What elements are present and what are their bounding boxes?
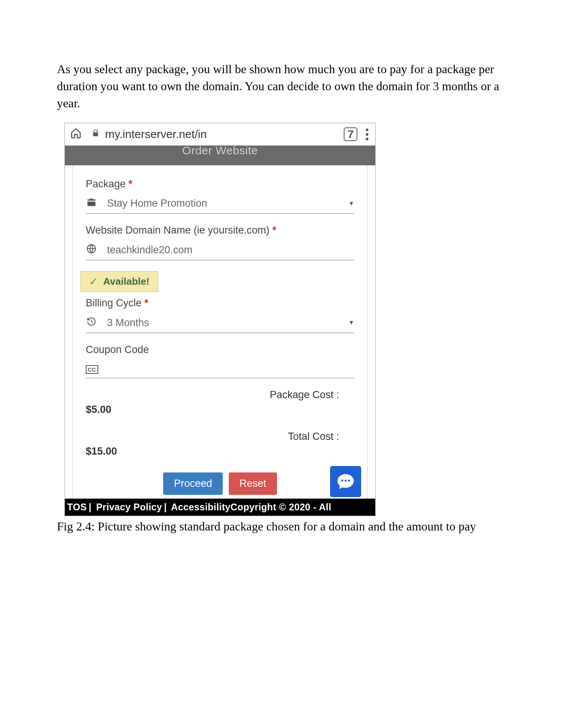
availability-badge: ✓ Available! bbox=[80, 271, 158, 292]
billing-select[interactable]: 3 Months ▼ bbox=[86, 313, 354, 333]
address-bar[interactable]: my.interserver.net/in bbox=[88, 126, 337, 142]
history-icon bbox=[86, 317, 97, 329]
lock-icon bbox=[91, 129, 100, 140]
menu-icon[interactable] bbox=[364, 127, 370, 142]
proceed-button[interactable]: Proceed bbox=[163, 472, 223, 495]
page-body: Order Website Package * Stay Home Promot… bbox=[65, 146, 375, 516]
action-buttons: Proceed Reset bbox=[86, 472, 354, 495]
globe-icon bbox=[86, 244, 97, 256]
package-cost-label: Package Cost : bbox=[86, 389, 354, 401]
footer-privacy-link[interactable]: Privacy Policy bbox=[96, 502, 162, 512]
total-cost-label: Total Cost : bbox=[86, 431, 354, 442]
tab-count-button[interactable]: 7 bbox=[344, 127, 357, 141]
domain-value: teachkindle20.com bbox=[107, 244, 354, 256]
total-cost-value: $15.00 bbox=[86, 446, 354, 457]
chevron-down-icon: ▼ bbox=[348, 319, 354, 326]
coupon-label: Coupon Code bbox=[86, 344, 354, 356]
page-header-title: Order Website bbox=[182, 146, 258, 157]
domain-label: Website Domain Name (ie yoursite.com) * bbox=[86, 224, 354, 236]
figure-caption: Fig 2.4: Picture showing standard packag… bbox=[57, 518, 506, 535]
footer-copyright: Copyright © 2020 - All bbox=[231, 502, 332, 512]
package-select[interactable]: Stay Home Promotion ▼ bbox=[86, 194, 354, 214]
page-header: Order Website bbox=[65, 146, 375, 165]
chat-icon bbox=[336, 472, 355, 491]
home-icon[interactable] bbox=[70, 127, 82, 141]
url-text: my.interserver.net/in bbox=[105, 128, 207, 141]
availability-text: Available! bbox=[103, 276, 149, 287]
chevron-down-icon: ▼ bbox=[348, 200, 354, 207]
billing-label: Billing Cycle * bbox=[86, 297, 354, 309]
briefcase-icon bbox=[86, 198, 97, 209]
coupon-icon: CC bbox=[86, 363, 97, 374]
order-form: Package * Stay Home Promotion ▼ Website … bbox=[72, 165, 368, 499]
domain-input[interactable]: teachkindle20.com bbox=[86, 240, 354, 260]
package-label: Package * bbox=[86, 178, 354, 190]
package-value: Stay Home Promotion bbox=[107, 198, 338, 209]
browser-toolbar: my.interserver.net/in 7 bbox=[65, 123, 375, 146]
cost-summary: Package Cost : $5.00 Total Cost : $15.00 bbox=[86, 389, 354, 457]
coupon-input[interactable]: CC bbox=[86, 359, 354, 378]
page-footer: TOS| Privacy Policy| AccessibilityCopyri… bbox=[65, 499, 375, 516]
screenshot-figure: my.interserver.net/in 7 Order Website Pa… bbox=[64, 123, 376, 516]
check-icon: ✓ bbox=[89, 275, 98, 288]
package-cost-value: $5.00 bbox=[86, 404, 354, 416]
chat-button[interactable] bbox=[330, 466, 361, 497]
reset-button[interactable]: Reset bbox=[229, 472, 277, 495]
footer-tos-link[interactable]: TOS bbox=[67, 502, 87, 512]
footer-accessibility-link[interactable]: Accessibility bbox=[171, 502, 231, 512]
intro-paragraph: As you select any package, you will be s… bbox=[57, 61, 506, 111]
billing-value: 3 Months bbox=[107, 317, 338, 329]
